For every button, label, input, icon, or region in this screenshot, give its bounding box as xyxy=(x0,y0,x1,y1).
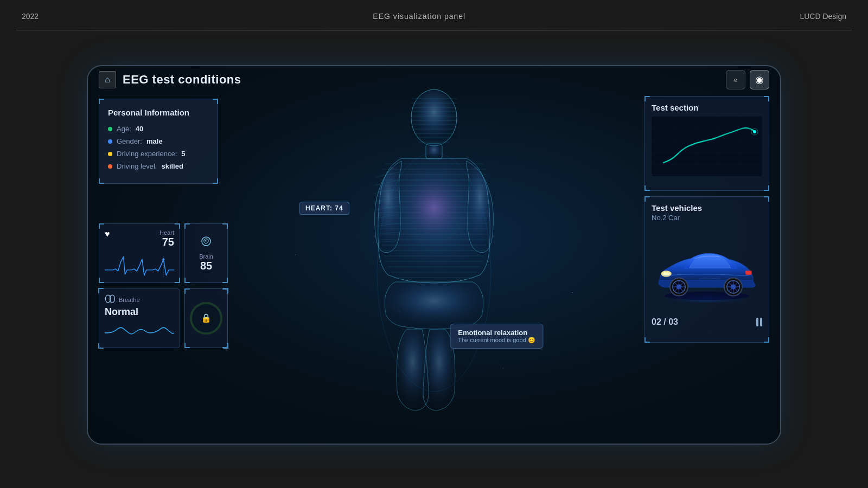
metrics-row: ♥ Heart 75 xyxy=(99,223,228,283)
pi-level-value: skilled xyxy=(161,162,183,170)
bracket-tl xyxy=(184,288,190,294)
bracket-tr xyxy=(213,99,218,104)
panel-header: ⌂ EEG test conditions « ◉ xyxy=(88,66,780,93)
bracket-br xyxy=(222,343,228,348)
pause-bar-1 xyxy=(756,318,758,326)
bracket-tr xyxy=(764,96,769,101)
bracket-tl xyxy=(99,223,104,229)
heart-icon: ♥ xyxy=(105,229,110,239)
settings-button[interactable]: ◉ xyxy=(750,70,769,89)
svg-point-9 xyxy=(411,89,457,146)
car-svg xyxy=(652,232,762,307)
car-image-area xyxy=(652,226,762,313)
svg-point-44 xyxy=(404,175,464,240)
breathe-label: Breathe xyxy=(119,297,140,303)
pi-exp-label: Driving experience: xyxy=(117,150,177,158)
pi-gender-dot xyxy=(108,139,112,144)
bracket-tr xyxy=(222,223,228,229)
app-title: EEG visualization panel xyxy=(373,12,465,21)
bracket-bl xyxy=(99,278,104,283)
heart-label: Heart xyxy=(159,229,174,236)
pi-exp-value: 5 xyxy=(181,150,185,158)
year-label: 2022 xyxy=(22,12,39,21)
pi-age-dot xyxy=(108,127,112,131)
bracket-bl xyxy=(184,343,190,348)
back-icon: « xyxy=(733,75,738,84)
heart-tooltip-text: HEART: 74 xyxy=(305,204,343,212)
breathe-top: Breathe xyxy=(105,294,174,305)
brain-value: 85 xyxy=(200,260,212,272)
bracket-br xyxy=(213,178,218,184)
heart-tooltip: HEART: 74 xyxy=(299,202,349,215)
emotion-tooltip: Emotional relaxation The current mood is… xyxy=(450,324,543,349)
bracket-tl xyxy=(644,196,650,202)
svg-text:🔒: 🔒 xyxy=(201,313,212,323)
bracket-tr xyxy=(764,196,769,202)
brain-card: Brain 85 xyxy=(184,223,228,283)
personal-info-panel: Personal Information Age: 40 Gender: mal… xyxy=(99,99,218,184)
heart-card: ♥ Heart 75 xyxy=(99,223,180,283)
lock-card: 🔒 xyxy=(184,288,228,348)
tv-counter: 02 / 03 xyxy=(652,317,678,327)
bracket-bl xyxy=(644,185,650,191)
breathe-row: Breathe Normal 🔒 xyxy=(99,288,228,348)
pi-gender-value: male xyxy=(146,137,163,145)
bracket-bl xyxy=(99,178,104,184)
brain-icon xyxy=(200,235,213,251)
heart-wave-svg xyxy=(105,254,174,278)
pi-experience: Driving experience: 5 xyxy=(108,150,209,158)
lock-progress-ring: 🔒 xyxy=(189,301,224,336)
bracket-tl xyxy=(644,96,650,101)
right-panels: Test section xyxy=(644,96,769,343)
bracket-tl xyxy=(98,288,104,293)
test-vehicles-panel: Test vehicles No.2 Car xyxy=(644,196,769,343)
home-button[interactable]: ⌂ xyxy=(99,71,116,88)
test-section-title: Test section xyxy=(652,103,762,112)
test-vehicles-title: Test vehicles xyxy=(652,203,762,213)
bracket-br xyxy=(175,278,180,283)
bracket-br xyxy=(764,185,769,191)
bracket-tl xyxy=(99,99,104,104)
bracket-bl xyxy=(644,337,650,343)
pi-level: Driving level: skilled xyxy=(108,162,209,170)
tv-footer: 02 / 03 xyxy=(652,317,762,327)
brain-label: Brain xyxy=(199,253,213,260)
bracket-bl xyxy=(98,343,104,349)
panel-title: EEG test conditions xyxy=(123,73,241,87)
svg-point-56 xyxy=(753,130,756,133)
svg-rect-70 xyxy=(745,271,752,275)
pi-level-dot xyxy=(108,164,112,169)
test-section-map xyxy=(652,117,762,176)
svg-rect-21 xyxy=(426,144,442,159)
header-left: ⌂ EEG test conditions xyxy=(99,71,241,88)
bracket-br xyxy=(222,278,228,283)
pause-button[interactable] xyxy=(756,318,762,326)
pi-gender: Gender: male xyxy=(108,137,209,145)
pi-gender-label: Gender: xyxy=(117,137,142,145)
breathe-icon xyxy=(105,294,116,305)
settings-icon: ◉ xyxy=(755,74,764,86)
pi-exp-dot xyxy=(108,152,112,156)
pi-age: Age: 40 xyxy=(108,125,209,133)
svg-point-1 xyxy=(162,258,164,260)
bracket-tl xyxy=(184,223,190,229)
pause-bar-2 xyxy=(760,318,762,326)
bracket-br xyxy=(764,337,769,343)
header-right: « ◉ xyxy=(726,70,769,89)
human-body-svg xyxy=(336,82,532,419)
emotion-subtitle: The current mood is good 😊 xyxy=(458,337,535,344)
test-section-panel: Test section xyxy=(644,96,769,191)
back-button[interactable]: « xyxy=(726,70,745,89)
top-bar: 2022 EEG visualization panel LUCD Design xyxy=(0,0,868,33)
svg-rect-55 xyxy=(653,117,761,176)
bracket-tr xyxy=(222,288,228,294)
device-frame: ⌂ EEG test conditions « ◉ Personal Infor… xyxy=(87,65,781,445)
bracket-bl xyxy=(184,278,190,283)
pi-age-label: Age: xyxy=(117,125,131,133)
breathe-wave-svg xyxy=(105,321,174,342)
personal-info-title: Personal Information xyxy=(108,108,209,117)
heart-metric-top: ♥ Heart 75 xyxy=(105,229,174,248)
pi-level-label: Driving level: xyxy=(117,162,157,170)
human-figure xyxy=(336,82,532,419)
breathe-value: Normal xyxy=(105,306,174,318)
